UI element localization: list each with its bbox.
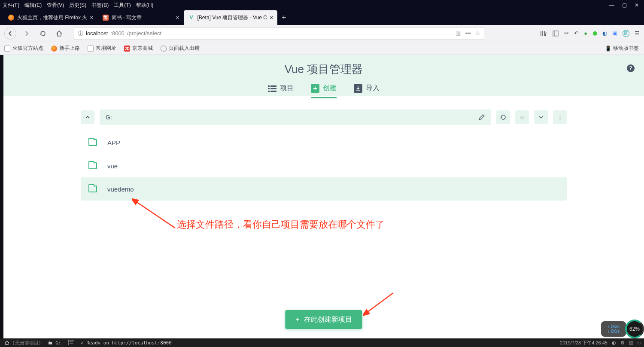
file-list: APP vue vuedemo xyxy=(81,131,567,201)
refresh-button[interactable] xyxy=(496,110,510,124)
help-icon[interactable]: ? xyxy=(627,64,635,72)
menu-view[interactable]: 查看(V) xyxy=(47,2,64,9)
favorite-button[interactable]: ☆ xyxy=(515,110,529,124)
plus-icon: + xyxy=(295,316,299,323)
menu-history[interactable]: 历史(S) xyxy=(69,2,86,9)
tab-title: [Beta] Vue 项目管理器 - Vue C xyxy=(197,14,267,21)
tab-create[interactable]: + 创建 xyxy=(311,84,337,98)
dropdown-button[interactable] xyxy=(534,110,548,124)
library-icon[interactable] xyxy=(540,30,547,37)
ext-icon-1[interactable]: ↶ xyxy=(574,30,579,37)
url-port: :8000 xyxy=(110,30,125,37)
import-box-icon xyxy=(354,84,362,93)
create-button-label: 在此创建新项目 xyxy=(304,315,352,324)
firefox-icon xyxy=(51,46,57,52)
tabstrip: 火狐主页，推荐使用 Firefox 火 × 简 简书 - 写文章 × V [Be… xyxy=(0,10,644,25)
tray-icon[interactable]: ▥ xyxy=(629,340,633,346)
ext-icon-4[interactable]: ◐ xyxy=(602,30,607,37)
tab-close-button[interactable]: × xyxy=(176,14,179,21)
window-minimize-button[interactable]: — xyxy=(609,2,614,8)
bookmarks-toolbar: 火狐官方站点 新手上路 常用网址 JD京东商城 页面载入出错 📱移动版书签 xyxy=(0,42,644,55)
status-ready: ✓ Ready on http://localhost:8000 xyxy=(81,340,172,346)
check-icon: ✓ xyxy=(81,340,84,346)
forward-button[interactable] xyxy=(21,27,33,40)
folder-icon: 🖿 xyxy=(48,340,53,346)
annotation-arrow-1 xyxy=(132,198,179,232)
menu-file[interactable]: 文件(F) xyxy=(3,2,19,9)
svg-rect-5 xyxy=(270,88,276,89)
tab-firefox-home[interactable]: 火狐主页，推荐使用 Firefox 火 × xyxy=(3,10,98,25)
menu-edit[interactable]: 编辑(E) xyxy=(24,2,42,9)
bookmark-getting-started[interactable]: 新手上路 xyxy=(51,45,80,52)
url-host: localhost xyxy=(86,30,108,37)
folder-row-vuedemo[interactable]: vuedemo xyxy=(81,177,567,201)
home-button[interactable] xyxy=(53,27,65,40)
tray-icon[interactable]: ⚙ xyxy=(620,340,625,346)
tab-close-button[interactable]: × xyxy=(90,14,93,21)
tab-close-button[interactable]: × xyxy=(270,14,273,21)
vue-icon: V xyxy=(188,14,195,21)
bookmark-jd[interactable]: JD京东商城 xyxy=(124,45,153,52)
jd-icon: JD xyxy=(124,46,130,52)
menu-help[interactable]: 帮助(H) xyxy=(136,2,154,9)
folder-row-app[interactable]: APP xyxy=(81,131,567,154)
ext-icon-6[interactable]: 延 xyxy=(623,30,629,37)
network-speed-widget[interactable]: ↑ 0K/s ↓ 0K/s xyxy=(601,321,626,337)
svg-rect-4 xyxy=(268,88,270,89)
tab-import[interactable]: 导入 xyxy=(354,84,380,98)
folder-icon xyxy=(88,186,97,192)
status-home[interactable]: (无当前项目) xyxy=(4,340,41,346)
globe-icon xyxy=(161,46,167,52)
svg-rect-10 xyxy=(68,340,74,345)
tray-datetime: 2019/7/28 下午4:26:45 xyxy=(560,340,608,346)
reader-icon[interactable]: ▥ xyxy=(456,30,461,37)
file-toolbar: G: ☆ ⋮ xyxy=(81,110,567,125)
create-project-button[interactable]: + 在此创建新项目 xyxy=(285,310,362,329)
folder-icon xyxy=(88,46,94,52)
page-actions-icon[interactable]: ••• xyxy=(465,30,471,37)
info-icon[interactable]: ⓘ xyxy=(78,30,83,37)
vue-header: Vue 项目管理器 ? 项目 + 创建 导入 xyxy=(3,55,644,96)
ext-icon-5[interactable]: ▣ xyxy=(612,30,617,37)
tab-label: 创建 xyxy=(323,84,337,93)
urlbar[interactable]: ⓘ localhost:8000/project/select ▥ ••• ☆ xyxy=(74,27,484,40)
tab-label: 导入 xyxy=(366,84,380,93)
svg-line-9 xyxy=(367,293,393,313)
menu-tools[interactable]: 工具(T) xyxy=(114,2,131,9)
firefox-menubar: 文件(F) 编辑(E) 查看(V) 历史(S) 书签(B) 工具(T) 帮助(H… xyxy=(0,0,644,10)
tray-icon[interactable]: ◐ xyxy=(612,340,616,346)
tab-title: 火狐主页，推荐使用 Firefox 火 xyxy=(17,14,87,21)
tray-icon[interactable]: ⏍ xyxy=(638,340,641,345)
bookmark-page-error[interactable]: 页面载入出错 xyxy=(161,45,200,52)
tab-jianshu[interactable]: 简 简书 - 写文章 × xyxy=(98,10,184,25)
status-log-icon[interactable] xyxy=(68,340,74,345)
tab-vue-ui[interactable]: V [Beta] Vue 项目管理器 - Vue C × xyxy=(184,10,278,25)
svg-line-8 xyxy=(136,201,175,228)
mobile-bookmarks[interactable]: 📱移动版书签 xyxy=(605,45,639,52)
menu-bookmarks[interactable]: 书签(B) xyxy=(91,2,109,9)
new-tab-button[interactable]: + xyxy=(277,10,290,25)
status-drive[interactable]: 🖿 G: xyxy=(48,340,61,346)
path-input[interactable]: G: xyxy=(100,110,491,125)
app-menu-button[interactable]: ☰ xyxy=(635,30,640,37)
bookmark-common-sites[interactable]: 常用网址 xyxy=(88,45,116,52)
url-path: /project/select xyxy=(127,30,161,37)
folder-icon xyxy=(88,162,97,169)
reload-button[interactable] xyxy=(37,27,49,40)
tab-projects[interactable]: 项目 xyxy=(268,84,294,98)
window-close-button[interactable]: ✕ xyxy=(635,2,639,8)
parent-folder-button[interactable] xyxy=(81,110,94,124)
bookmark-star-icon[interactable]: ☆ xyxy=(475,30,480,37)
ext-icon-3[interactable]: ⬢ xyxy=(592,30,597,37)
bookmark-firefox-official[interactable]: 火狐官方站点 xyxy=(4,45,43,52)
more-button[interactable]: ⋮ xyxy=(553,110,567,124)
jianshu-icon: 简 xyxy=(102,14,109,21)
window-maximize-button[interactable]: ▢ xyxy=(622,2,627,8)
edit-icon[interactable] xyxy=(478,114,485,121)
back-button[interactable] xyxy=(4,27,16,40)
ext-icon-2[interactable]: ● xyxy=(584,30,587,37)
cpu-meter-widget[interactable]: 62% xyxy=(625,320,644,338)
sidebar-icon[interactable] xyxy=(552,30,559,37)
folder-row-vue[interactable]: vue xyxy=(81,154,567,177)
screenshot-icon[interactable]: ✂ xyxy=(564,30,569,37)
